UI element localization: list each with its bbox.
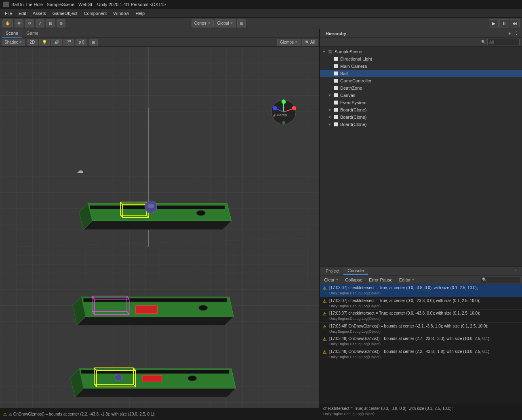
svg-point-63 bbox=[292, 106, 296, 110]
console-toolbar: Clear ▼ Collapse Error Pause Editor ▼ bbox=[320, 275, 522, 284]
scene-3d-view: < Persp ☁ bbox=[0, 47, 319, 408]
menu-item-component[interactable]: Component bbox=[80, 10, 110, 17]
console-msg-text: [17:03:07] checkIntersect = True; at cen… bbox=[329, 285, 520, 296]
tree-item[interactable]: ▼⬜Board(Clone) bbox=[320, 121, 522, 128]
fx-btn[interactable]: 🎬 bbox=[63, 39, 74, 46]
console-message[interactable]: ⚠[17:03:48] OnDrawGizmos() – bounds at c… bbox=[320, 348, 522, 361]
svg-marker-45 bbox=[75, 388, 236, 397]
pause-button[interactable]: ⏸ bbox=[499, 19, 509, 27]
tree-item[interactable]: ⬜DeathZone bbox=[320, 84, 522, 92]
console-message[interactable]: ⚠[17:03:07] checkIntersect = True; at ce… bbox=[320, 310, 522, 323]
menu-item-edit[interactable]: Edit bbox=[15, 10, 29, 17]
app-icon bbox=[3, 2, 9, 7]
scale-tool[interactable]: ⤢ bbox=[36, 19, 44, 27]
bottom-panel-menu[interactable]: ⋮ bbox=[511, 267, 520, 274]
hierarchy-search-input[interactable] bbox=[487, 39, 520, 45]
step-button[interactable]: ⏭ bbox=[510, 19, 520, 27]
global-btn[interactable]: Global ▼ bbox=[215, 19, 236, 27]
center-pivot-btn[interactable]: Center ▼ bbox=[192, 19, 214, 27]
tree-expand-arrow[interactable]: ▼ bbox=[328, 123, 332, 126]
console-message[interactable]: ⚠[17:03:48] OnDrawGizmos() – bounds at c… bbox=[320, 323, 522, 336]
console-collapse-btn[interactable]: Collapse bbox=[343, 276, 365, 284]
2d-btn[interactable]: 2D bbox=[27, 39, 38, 46]
svg-rect-59 bbox=[142, 375, 162, 382]
tree-item[interactable]: ⬜GameController bbox=[320, 77, 522, 84]
console-msg-text: [17:03:48] OnDrawGizmos() – bounds at ce… bbox=[329, 323, 520, 334]
shading-mode-btn[interactable]: Shaded ▼ bbox=[2, 39, 25, 46]
lighting-btn[interactable]: 💡 bbox=[39, 39, 50, 46]
tree-expand-arrow[interactable]: ▼ bbox=[328, 108, 332, 112]
tree-item[interactable]: ▼⬜Board(Clone) bbox=[320, 106, 522, 113]
svg-rect-17 bbox=[90, 206, 225, 209]
hierarchy-menu-icon[interactable]: ⋮ bbox=[514, 31, 519, 36]
hand-tool[interactable]: ✋ bbox=[2, 19, 13, 27]
menu-bar: FileEditAssetsGameObjectComponentWindowH… bbox=[0, 9, 522, 18]
toolbar-separator bbox=[68, 20, 68, 27]
scene-grid-btn[interactable]: ⊞ bbox=[89, 39, 98, 46]
status-warning-icon: ⚠ bbox=[3, 412, 7, 416]
tree-expand-arrow[interactable]: ▼ bbox=[328, 94, 332, 97]
menu-item-assets[interactable]: Assets bbox=[29, 10, 49, 17]
console-message[interactable]: ⚠[17:03:07] checkIntersect = True; at ce… bbox=[320, 297, 522, 310]
rotate-tool[interactable]: ↻ bbox=[25, 19, 34, 27]
svg-text:< Persp: < Persp bbox=[274, 113, 287, 117]
console-error-pause-btn[interactable]: Error Pause bbox=[366, 276, 395, 284]
console-status-line2: UnityEngine.Debug:Log(Object) bbox=[323, 412, 519, 417]
svg-line-6 bbox=[12, 238, 307, 247]
global-label: Global bbox=[217, 21, 229, 25]
tree-item-icon: ⬜ bbox=[333, 114, 339, 120]
tree-item[interactable]: ⬜Ball bbox=[320, 70, 522, 77]
tab-console[interactable]: Console bbox=[343, 267, 368, 275]
scene-toolbar: Shaded ▼ 2D 💡 🔊 🎬 ø 0 ⊞ Gizmos ▼ 🔍 All bbox=[0, 38, 319, 47]
transform-tool[interactable]: ⊕ bbox=[57, 19, 65, 27]
tree-expand-arrow[interactable]: ▼ bbox=[322, 50, 326, 54]
tree-item-label: GameController bbox=[340, 78, 372, 83]
tree-item[interactable]: ▼⬜Board(Clone) bbox=[320, 113, 522, 121]
scene-visibility-btn[interactable]: ø 0 bbox=[76, 39, 87, 46]
console-msg-warning-icon: ⚠ bbox=[322, 286, 327, 291]
left-panel: Scene Game ⋮ Shaded ▼ 2D 💡 🔊 🎬 ø 0 ⊞ G bbox=[0, 29, 320, 420]
tree-item[interactable]: ▼🎬SampleScene bbox=[320, 48, 522, 55]
svg-point-65 bbox=[282, 99, 286, 104]
menu-item-gameobject[interactable]: GameObject bbox=[49, 10, 81, 17]
tree-item-label: Main Camera bbox=[340, 64, 367, 69]
move-tool[interactable]: ✥ bbox=[15, 19, 23, 27]
tab-game[interactable]: Game bbox=[22, 29, 42, 38]
hierarchy-add-btn[interactable]: + bbox=[507, 30, 513, 37]
console-clear-btn[interactable]: Clear ▼ bbox=[322, 276, 341, 284]
console-message[interactable]: ⚠[17:03:07] checkIntersect = True; at ce… bbox=[320, 284, 522, 297]
bottom-panel-tabs: Project Console ⋮ bbox=[320, 267, 522, 275]
gizmos-btn[interactable]: Gizmos ▼ bbox=[277, 39, 301, 46]
console-msg-warning-icon: ⚠ bbox=[322, 311, 327, 317]
gizmos-group: Gizmos ▼ 🔍 All bbox=[277, 39, 318, 46]
tab-project[interactable]: Project bbox=[322, 268, 343, 274]
tree-item-icon: ⬜ bbox=[333, 71, 339, 76]
console-search-input[interactable] bbox=[480, 277, 520, 283]
tree-item[interactable]: ⬜Directional Light bbox=[320, 55, 522, 63]
console-msg-warning-icon: ⚠ bbox=[322, 298, 327, 304]
scene-viewport[interactable]: < Persp ☁ bbox=[0, 47, 319, 408]
tree-expand-arrow[interactable]: ▼ bbox=[328, 116, 332, 119]
tree-item[interactable]: ⬜Main Camera bbox=[320, 63, 522, 70]
svg-point-28 bbox=[147, 204, 154, 208]
menu-item-help[interactable]: Help bbox=[132, 10, 148, 17]
svg-point-60 bbox=[115, 374, 122, 381]
grid-btn[interactable]: ⊞ bbox=[237, 19, 246, 27]
hierarchy-actions: + ⋮ bbox=[507, 30, 519, 37]
all-layers-btn[interactable]: 🔍 All bbox=[302, 39, 318, 46]
tree-item-label: Directional Light bbox=[340, 57, 372, 61]
menu-item-window[interactable]: Window bbox=[110, 10, 132, 17]
play-button[interactable]: ▶ bbox=[489, 19, 499, 27]
svg-point-58 bbox=[188, 376, 197, 381]
tree-item[interactable]: ▼⬜Canvas bbox=[320, 92, 522, 99]
hierarchy-header: Hierarchy + ⋮ bbox=[320, 29, 522, 38]
console-message[interactable]: ⚠[17:03:48] OnDrawGizmos() – bounds at c… bbox=[320, 335, 522, 348]
audio-btn[interactable]: 🔊 bbox=[51, 39, 62, 46]
svg-text:☁: ☁ bbox=[77, 166, 84, 174]
rect-tool[interactable]: ⊞ bbox=[46, 19, 55, 27]
tab-scene[interactable]: Scene bbox=[2, 29, 22, 38]
view-tab-more[interactable]: ⋮ bbox=[308, 30, 318, 37]
tree-item[interactable]: ⬜EventSystem bbox=[320, 99, 522, 106]
console-editor-btn[interactable]: Editor ▼ bbox=[397, 276, 417, 284]
menu-item-file[interactable]: File bbox=[2, 10, 15, 17]
